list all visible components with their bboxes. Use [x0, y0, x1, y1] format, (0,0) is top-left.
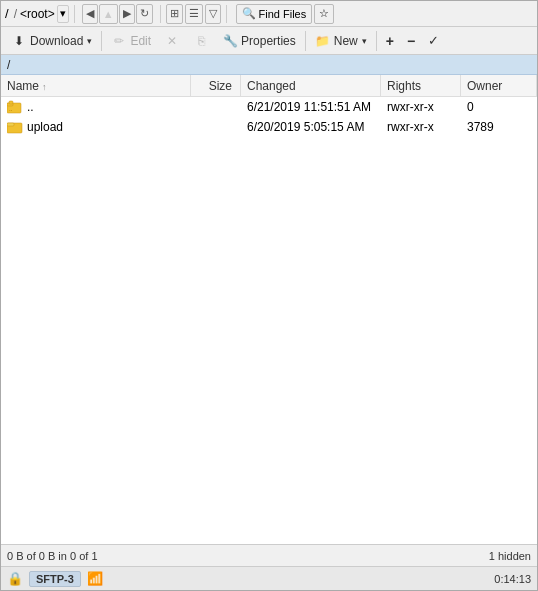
file-changed-0: 6/21/2019 11:51:51 AM [241, 99, 381, 115]
info-bar: 🔒 SFTP-3 📶 0:14:13 [1, 566, 537, 590]
root-dropdown[interactable]: ▾ [57, 5, 69, 23]
sep6 [376, 31, 377, 51]
bookmarks-button[interactable]: ☆ [314, 4, 334, 24]
file-name-0: .. .. [1, 99, 191, 115]
delete-button[interactable]: ✕ [158, 30, 186, 52]
col-changed-label: Changed [247, 79, 296, 93]
file-name-text-1: upload [27, 120, 63, 134]
col-header-size[interactable]: Size [191, 75, 241, 96]
download-button[interactable]: ⬇ Download [5, 30, 98, 52]
sep4 [101, 31, 102, 51]
table-row[interactable]: upload 6/20/2019 5:05:15 AM rwxr-xr-x 37… [1, 117, 537, 137]
new-icon: 📁 [315, 33, 331, 49]
check-button[interactable]: ✓ [422, 30, 445, 52]
sep5 [305, 31, 306, 51]
properties-button[interactable]: 🔧 Properties [216, 30, 302, 52]
svg-rect-2 [9, 101, 13, 104]
file-rights-0: rwxr-xr-x [381, 99, 461, 115]
sort-icon [42, 79, 47, 93]
properties-icon: 🔧 [222, 33, 238, 49]
download-icon: ⬇ [11, 33, 27, 49]
col-header-name[interactable]: Name [1, 75, 191, 96]
col-owner-label: Owner [467, 79, 502, 93]
delete-icon: ✕ [164, 33, 180, 49]
connection-time: 0:14:13 [494, 573, 531, 585]
up-button[interactable]: ▲ [99, 4, 118, 24]
list-view-button[interactable]: ☰ [185, 4, 203, 24]
sep2 [160, 5, 161, 23]
address-toolbar: / / <root> ▾ ◀ ▲ ▶ ↻ ⊞ ☰ ▽ 🔍 Find Files … [1, 1, 537, 27]
signal-icon: 📶 [87, 571, 103, 586]
file-name-1: upload [1, 119, 191, 135]
download-label: Download [30, 34, 83, 48]
svg-rect-5 [7, 123, 14, 126]
current-path: / [7, 58, 10, 72]
root-label: <root> [20, 7, 55, 21]
find-files-button[interactable]: 🔍 Find Files [236, 4, 313, 24]
protocol-label: SFTP-3 [29, 571, 81, 587]
column-headers: Name Size Changed Rights Owner [1, 75, 537, 97]
col-name-label: Name [7, 79, 39, 93]
col-header-owner[interactable]: Owner [461, 75, 537, 96]
back-button[interactable]: ◀ [82, 4, 98, 24]
forward-button[interactable]: ▶ [119, 4, 135, 24]
file-rights-1: rwxr-xr-x [381, 119, 461, 135]
status-left: 0 B of 0 B in 0 of 1 [7, 550, 489, 562]
file-size-1 [191, 126, 241, 128]
new-button[interactable]: 📁 New [309, 30, 373, 52]
col-size-label: Size [209, 79, 232, 93]
nav-buttons: ◀ ▲ ▶ ↻ [82, 4, 153, 24]
path-bar: / [1, 55, 537, 75]
file-owner-0: 0 [461, 99, 537, 115]
folder-icon [7, 120, 23, 134]
sep3 [226, 5, 227, 23]
col-rights-label: Rights [387, 79, 421, 93]
col-header-changed[interactable]: Changed [241, 75, 381, 96]
new-label: New [334, 34, 358, 48]
file-changed-1: 6/20/2019 5:05:15 AM [241, 119, 381, 135]
status-right: 1 hidden [489, 550, 531, 562]
addr-sep: / [14, 7, 17, 21]
properties-label: Properties [241, 34, 296, 48]
col-header-rights[interactable]: Rights [381, 75, 461, 96]
table-row[interactable]: .. .. 6/21/2019 11:51:51 AM rwxr-xr-x 0 [1, 97, 537, 117]
path-slash: / [5, 6, 9, 21]
file-size-0 [191, 106, 241, 108]
svg-text:..: .. [9, 106, 13, 112]
file-list: .. .. 6/21/2019 11:51:51 AM rwxr-xr-x 0 … [1, 97, 537, 544]
sep1 [74, 5, 75, 23]
plus-button[interactable]: + [380, 30, 400, 52]
file-name-text-0: .. [27, 100, 34, 114]
find-files-label: Find Files [259, 8, 307, 20]
status-bar: 0 B of 0 B in 0 of 1 1 hidden [1, 544, 537, 566]
file-owner-1: 3789 [461, 119, 537, 135]
edit-button[interactable]: ✏ Edit [105, 30, 157, 52]
parent-dir-icon: .. [7, 100, 23, 114]
edit-icon: ✏ [111, 33, 127, 49]
filter-button[interactable]: ▽ [205, 4, 221, 24]
find-files-icon: 🔍 [242, 7, 256, 20]
copy-button[interactable]: ⎘ [187, 30, 215, 52]
copy-icon: ⎘ [193, 33, 209, 49]
refresh-button[interactable]: ↻ [136, 4, 153, 24]
minus-button[interactable]: − [401, 30, 421, 52]
lock-icon: 🔒 [7, 571, 23, 587]
edit-label: Edit [130, 34, 151, 48]
actions-toolbar: ⬇ Download ✏ Edit ✕ ⎘ 🔧 Properties 📁 New… [1, 27, 537, 55]
grid-view-button[interactable]: ⊞ [166, 4, 183, 24]
